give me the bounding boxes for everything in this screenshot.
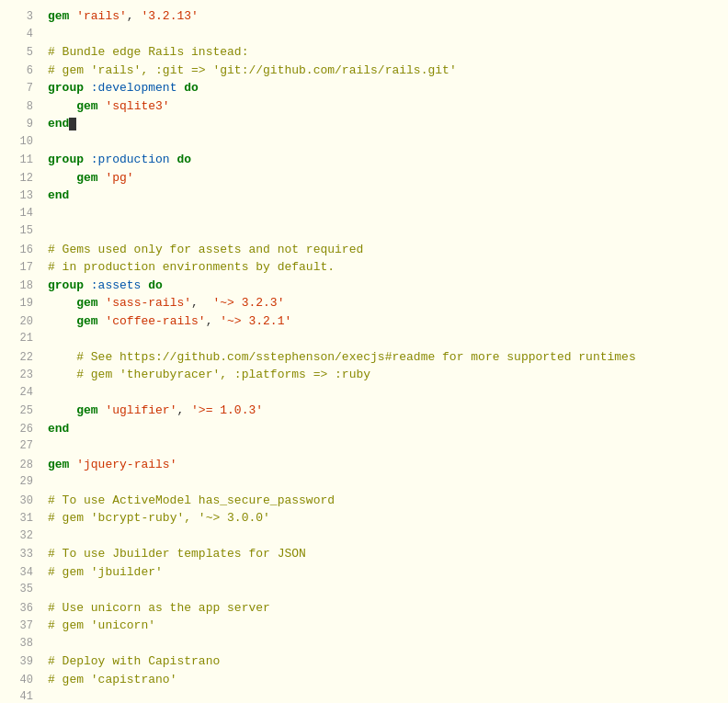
line-number: 36 [7, 600, 33, 617]
table-row: 11group :production do [0, 151, 728, 169]
table-row: 40# gem 'capistrano' [0, 671, 728, 689]
line-number: 18 [7, 278, 33, 294]
line-content: end [48, 187, 721, 205]
line-number: 6 [7, 62, 33, 79]
line-content: # gem 'jbuilder' [48, 563, 721, 582]
line-number: 40 [7, 672, 33, 688]
table-row: 29 [0, 473, 728, 492]
line-number: 34 [7, 564, 33, 581]
line-number: 17 [7, 259, 33, 276]
line-content: # gem 'bcrypt-ruby', '~> 3.0.0' [48, 509, 721, 527]
line-number: 24 [7, 384, 33, 401]
line-content: gem 'rails', '3.2.13' [48, 7, 721, 26]
table-row: 17# in production environments by defaul… [0, 258, 728, 277]
table-row: 34# gem 'jbuilder' [0, 563, 728, 582]
line-content: group :development do [48, 79, 721, 97]
line-number: 26 [7, 421, 33, 437]
table-row: 16# Gems used only for assets and not re… [0, 241, 728, 259]
line-content: gem 'jquery-rails' [48, 456, 721, 474]
line-number: 27 [7, 437, 33, 454]
line-content: gem 'pg' [48, 169, 721, 187]
line-number: 7 [7, 80, 33, 96]
table-row: 4 [0, 26, 728, 44]
line-number: 25 [7, 403, 33, 419]
line-content: # See https://github.com/sstephenson/exe… [48, 348, 721, 367]
line-number: 19 [7, 295, 33, 312]
table-row: 9end [0, 115, 728, 133]
table-row: 25 gem 'uglifier', '>= 1.0.3' [0, 402, 728, 420]
line-content: gem 'uglifier', '>= 1.0.3' [48, 402, 721, 420]
table-row: 27 [0, 437, 728, 456]
line-number: 39 [7, 653, 33, 670]
line-number: 12 [7, 170, 33, 187]
table-row: 26end [0, 420, 728, 438]
line-content: # in production environments by default. [48, 258, 721, 277]
line-number: 15 [7, 222, 33, 239]
code-editor: 3gem 'rails', '3.2.13'45# Bundle edge Ra… [0, 0, 728, 703]
line-number: 23 [7, 367, 33, 383]
line-content: # To use Jbuilder templates for JSON [48, 545, 721, 563]
table-row: 28gem 'jquery-rails' [0, 456, 728, 474]
line-content: gem 'sqlite3' [48, 97, 721, 116]
line-number: 32 [7, 527, 33, 544]
line-content: # gem 'rails', :git => 'git://github.com… [48, 62, 721, 80]
table-row: 3gem 'rails', '3.2.13' [0, 7, 728, 26]
line-number: 10 [7, 133, 33, 150]
line-number: 37 [7, 618, 33, 634]
line-content: end [48, 420, 721, 438]
line-number: 3 [7, 8, 33, 25]
table-row: 6# gem 'rails', :git => 'git://github.co… [0, 62, 728, 80]
table-row: 41 [0, 688, 728, 703]
table-row: 32 [0, 527, 728, 546]
text-cursor [69, 118, 76, 130]
line-content: gem 'sass-rails', '~> 3.2.3' [48, 294, 721, 312]
line-number: 20 [7, 313, 33, 330]
line-number: 4 [7, 26, 33, 42]
line-content: group :assets do [48, 277, 721, 295]
line-content: # Use unicorn as the app server [48, 599, 721, 618]
line-number: 30 [7, 493, 33, 509]
line-content: # gem 'capistrano' [48, 671, 721, 689]
table-row: 8 gem 'sqlite3' [0, 97, 728, 116]
table-row: 13end [0, 187, 728, 205]
line-number: 22 [7, 349, 33, 366]
table-row: 24 [0, 384, 728, 403]
table-row: 5# Bundle edge Rails instead: [0, 43, 728, 62]
line-content: # To use ActiveModel has_secure_password [48, 492, 721, 510]
line-number: 31 [7, 510, 33, 527]
table-row: 23 # gem 'therubyracer', :platforms => :… [0, 366, 728, 384]
table-row: 30# To use ActiveModel has_secure_passwo… [0, 492, 728, 510]
line-number: 35 [7, 581, 33, 597]
table-row: 37# gem 'unicorn' [0, 617, 728, 635]
line-content: # gem 'unicorn' [48, 617, 721, 635]
line-number: 14 [7, 205, 33, 221]
table-row: 33# To use Jbuilder templates for JSON [0, 545, 728, 563]
line-content: gem 'coffee-rails', '~> 3.2.1' [48, 312, 721, 331]
table-row: 36# Use unicorn as the app server [0, 599, 728, 618]
table-row: 22 # See https://github.com/sstephenson/… [0, 348, 728, 367]
table-row: 7group :development do [0, 79, 728, 97]
line-number: 9 [7, 116, 33, 132]
line-content: group :production do [48, 151, 721, 169]
line-content: # Gems used only for assets and not requ… [48, 241, 721, 259]
table-row: 35 [0, 581, 728, 599]
table-row: 20 gem 'coffee-rails', '~> 3.2.1' [0, 312, 728, 331]
table-row: 39# Deploy with Capistrano [0, 652, 728, 671]
line-number: 8 [7, 98, 33, 115]
table-row: 19 gem 'sass-rails', '~> 3.2.3' [0, 294, 728, 312]
line-number: 41 [7, 688, 33, 703]
line-number: 28 [7, 457, 33, 473]
line-number: 5 [7, 44, 33, 61]
line-number: 16 [7, 242, 33, 258]
line-content: end [48, 115, 721, 133]
line-number: 33 [7, 546, 33, 562]
line-number: 38 [7, 635, 33, 652]
line-number: 13 [7, 187, 33, 204]
line-content: # gem 'therubyracer', :platforms => :rub… [48, 366, 721, 384]
table-row: 31# gem 'bcrypt-ruby', '~> 3.0.0' [0, 509, 728, 527]
table-row: 10 [0, 133, 728, 152]
line-content: # Bundle edge Rails instead: [48, 43, 721, 62]
line-number: 29 [7, 473, 33, 490]
table-row: 18group :assets do [0, 277, 728, 295]
table-row: 15 [0, 222, 728, 241]
